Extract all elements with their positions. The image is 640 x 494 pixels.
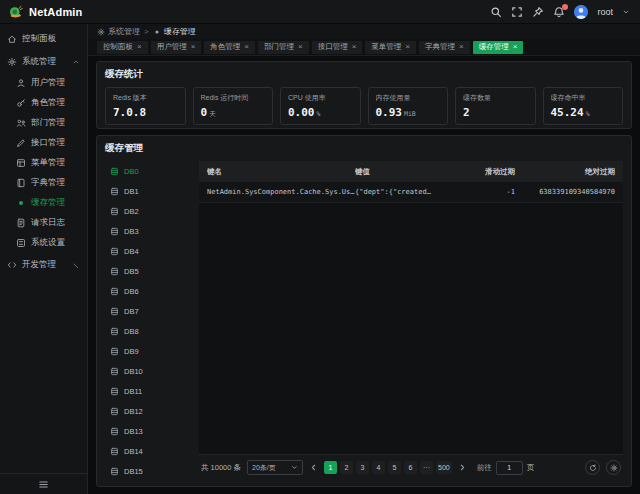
- tab-接口管理[interactable]: 接口管理×: [312, 41, 363, 54]
- close-icon[interactable]: ×: [244, 43, 249, 51]
- stat-card-value: 0.00%: [288, 106, 353, 119]
- tab-label: 缓存管理: [479, 42, 509, 52]
- db-item-label: DB13: [124, 427, 143, 436]
- page-number-button[interactable]: 3: [356, 461, 369, 474]
- page-number-button[interactable]: 5: [388, 461, 401, 474]
- db-item-db3[interactable]: DB3: [105, 221, 191, 241]
- cache-table: 键名键值滑动过期绝对过期 NetAdmin.SysComponent.Cache…: [199, 161, 623, 480]
- pagination-bar: 共 10000 条 20条/页 1234: [199, 454, 623, 480]
- tab-菜单管理[interactable]: 菜单管理×: [365, 41, 416, 54]
- db-item-db7[interactable]: DB7: [105, 301, 191, 321]
- sidebar-item-apis[interactable]: 接口管理: [0, 133, 87, 153]
- db-item-db1[interactable]: DB1: [105, 181, 191, 201]
- sidebar-item-label: 接口管理: [31, 137, 65, 149]
- refresh-icon: [589, 464, 597, 472]
- sidebar-item-menus[interactable]: 菜单管理: [0, 153, 87, 173]
- sidebar-item-dicts[interactable]: 字典管理: [0, 173, 87, 193]
- cache-panel-title: 缓存管理: [105, 142, 623, 155]
- db-item-label: DB12: [124, 407, 143, 416]
- page-number-list: 123456···500: [324, 461, 452, 474]
- database-icon: [110, 307, 119, 316]
- page-number-button[interactable]: 1: [324, 461, 337, 474]
- stat-cards: Redis 版本7.0.8Redis 运行时间0天CPU 使用率0.00%内存使…: [105, 87, 623, 125]
- chevron-down-icon[interactable]: [622, 8, 630, 16]
- db-item-db4[interactable]: DB4: [105, 241, 191, 261]
- sidebar-item-users[interactable]: 用户管理: [0, 73, 87, 93]
- db-item-db11[interactable]: DB11: [105, 381, 191, 401]
- sidebar-item-label: 系统设置: [31, 237, 65, 249]
- username[interactable]: root: [597, 7, 613, 17]
- sidebar-item-label: 角色管理: [31, 97, 65, 109]
- avatar[interactable]: [574, 5, 588, 19]
- tab-字典管理[interactable]: 字典管理×: [419, 41, 470, 54]
- notification-bell-icon[interactable]: [553, 6, 565, 18]
- sidebar-item-cache[interactable]: 缓存管理: [0, 193, 87, 213]
- page-number-button[interactable]: 6: [404, 461, 417, 474]
- table-row[interactable]: NetAdmin.SysComponent.Cache.Sys.UserCach…: [199, 182, 623, 203]
- org-icon: [16, 118, 26, 128]
- db-item-db14[interactable]: DB14: [105, 441, 191, 461]
- stat-card-value: 7.0.8: [113, 106, 178, 119]
- close-icon[interactable]: ×: [352, 43, 357, 51]
- page-number-button[interactable]: 500: [436, 461, 452, 474]
- close-icon[interactable]: ×: [513, 43, 518, 51]
- db-item-label: DB4: [124, 247, 139, 256]
- db-item-label: DB8: [124, 327, 139, 336]
- db-item-db9[interactable]: DB9: [105, 341, 191, 361]
- db-item-db13[interactable]: DB13: [105, 421, 191, 441]
- jump-page-input[interactable]: [496, 461, 523, 475]
- sidebar-item-dashboard[interactable]: 控制面板: [0, 27, 87, 50]
- search-icon[interactable]: [490, 6, 502, 18]
- stat-card-value: 45.24%: [551, 106, 616, 119]
- sidebar-item-roles[interactable]: 角色管理: [0, 93, 87, 113]
- sidebar-item-depts[interactable]: 部门管理: [0, 113, 87, 133]
- db-item-label: DB14: [124, 447, 143, 456]
- db-item-db0[interactable]: DB0: [105, 161, 191, 181]
- page-number-button[interactable]: 2: [340, 461, 353, 474]
- sidebar-item-system[interactable]: 系统管理: [0, 50, 87, 73]
- page-size-select[interactable]: 20条/页: [247, 460, 303, 475]
- sidebar-collapse-icon[interactable]: [38, 479, 49, 490]
- prev-page-icon[interactable]: [309, 463, 318, 472]
- more-pages-icon[interactable]: ···: [420, 461, 433, 474]
- topbar-actions: root: [490, 5, 630, 19]
- tab-用户管理[interactable]: 用户管理×: [151, 41, 202, 54]
- db-item-label: DB11: [124, 387, 142, 396]
- close-icon[interactable]: ×: [459, 43, 464, 51]
- refresh-button[interactable]: [585, 460, 600, 475]
- tab-控制面板[interactable]: 控制面板×: [97, 41, 148, 54]
- chevron-down-icon: [72, 261, 80, 269]
- sidebar-item-label: 系统管理: [22, 56, 56, 68]
- sidebar-item-settings[interactable]: 系统设置: [0, 233, 87, 253]
- tab-缓存管理[interactable]: 缓存管理×: [473, 41, 524, 54]
- close-icon[interactable]: ×: [191, 43, 196, 51]
- sidebar-item-req-logs[interactable]: 请求日志: [0, 213, 87, 233]
- close-icon[interactable]: ×: [137, 43, 142, 51]
- tab-label: 控制面板: [103, 42, 133, 52]
- tab-部门管理[interactable]: 部门管理×: [258, 41, 309, 54]
- db-item-db6[interactable]: DB6: [105, 281, 191, 301]
- table-settings-button[interactable]: [606, 460, 621, 475]
- database-list: DB0DB1DB2DB3DB4DB5DB6DB7DB8DB9DB10DB11DB…: [105, 161, 191, 480]
- stat-card: CPU 使用率0.00%: [280, 87, 361, 125]
- pin-icon[interactable]: [532, 6, 544, 18]
- next-page-icon[interactable]: [458, 463, 467, 472]
- db-item-db5[interactable]: DB5: [105, 261, 191, 281]
- fullscreen-icon[interactable]: [511, 6, 523, 18]
- db-item-db8[interactable]: DB8: [105, 321, 191, 341]
- breadcrumb-item[interactable]: 系统管理: [97, 26, 140, 37]
- main-layout: 控制面板系统管理用户管理角色管理部门管理接口管理菜单管理字典管理缓存管理请求日志…: [0, 24, 640, 494]
- close-icon[interactable]: ×: [405, 43, 410, 51]
- breadcrumb-item[interactable]: 缓存管理: [153, 26, 196, 37]
- pagination-total: 共 10000 条: [201, 463, 241, 473]
- db-item-db10[interactable]: DB10: [105, 361, 191, 381]
- database-icon: [110, 167, 119, 176]
- chevron-up-icon: [72, 58, 80, 66]
- db-item-db12[interactable]: DB12: [105, 401, 191, 421]
- db-item-db15[interactable]: DB15: [105, 461, 191, 480]
- db-item-db2[interactable]: DB2: [105, 201, 191, 221]
- close-icon[interactable]: ×: [298, 43, 303, 51]
- sidebar-item-dev[interactable]: 开发管理: [0, 253, 87, 276]
- page-number-button[interactable]: 4: [372, 461, 385, 474]
- tab-角色管理[interactable]: 角色管理×: [204, 41, 255, 54]
